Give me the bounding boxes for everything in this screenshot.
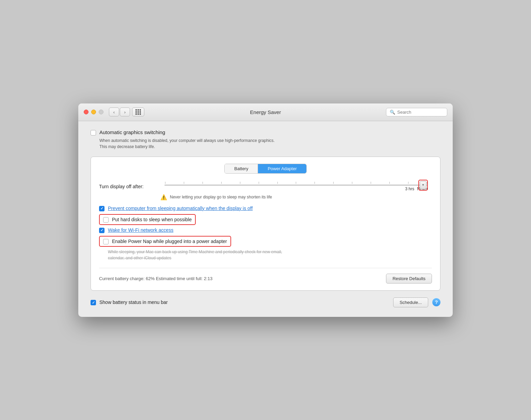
- warning-text: Never letting your display go to sleep m…: [170, 195, 272, 199]
- auto-graphics-row: Automatic graphics switching: [91, 129, 440, 135]
- minimize-button[interactable]: [91, 110, 96, 114]
- hard-disks-checkbox[interactable]: [103, 217, 109, 223]
- power-nap-row: Enable Power Nap while plugged into a po…: [99, 236, 231, 247]
- hard-disks-row: Put hard disks to sleep when possible: [99, 214, 196, 225]
- slider-highlight: [418, 180, 428, 191]
- tab-power-adapter[interactable]: Power Adapter: [258, 164, 306, 173]
- display-row: Turn display off after:: [99, 182, 432, 191]
- tab-battery[interactable]: Battery: [225, 164, 258, 173]
- search-box[interactable]: 🔍: [386, 108, 447, 116]
- nav-buttons: ‹ ›: [109, 108, 130, 116]
- prevent-sleep-checkbox[interactable]: [99, 206, 104, 211]
- warning-icon: ⚠️: [160, 194, 167, 200]
- main-content: Automatic graphics switching When automa…: [78, 121, 453, 317]
- restore-defaults-button[interactable]: Restore Defaults: [386, 274, 432, 284]
- auto-graphics-checkbox[interactable]: [91, 130, 96, 135]
- traffic-lights: [84, 110, 103, 114]
- show-battery-checkbox[interactable]: [91, 300, 96, 305]
- auto-graphics-label: Automatic graphics switching: [99, 129, 165, 135]
- help-button[interactable]: ?: [432, 298, 440, 306]
- search-icon: 🔍: [390, 110, 395, 115]
- show-battery-row: Show battery status in menu bar: [91, 299, 168, 305]
- hard-disks-label: Put hard disks to sleep when possible: [112, 217, 192, 222]
- wake-wifi-row: Wake for Wi-Fi network access: [99, 227, 432, 233]
- bottom-row: Show battery status in menu bar Schedule…: [91, 297, 440, 307]
- power-nap-description: While sleeping, your Mac can back up usi…: [108, 249, 432, 261]
- battery-status-row: Current battery charge: 62% Estimated ti…: [99, 268, 432, 284]
- grid-button[interactable]: [132, 108, 144, 116]
- slider-container: 3 hrs Never: [164, 182, 428, 191]
- power-nap-checkbox[interactable]: [103, 239, 109, 244]
- slider-thumb-wrapper[interactable]: [418, 180, 428, 191]
- slider-thumb[interactable]: [420, 181, 427, 189]
- wake-wifi-label: Wake for Wi-Fi network access: [108, 227, 173, 233]
- bottom-right: Schedule... ?: [393, 297, 440, 307]
- schedule-button[interactable]: Schedule...: [393, 297, 428, 307]
- back-button[interactable]: ‹: [109, 108, 119, 116]
- power-nap-label: Enable Power Nap while plugged into a po…: [112, 239, 227, 244]
- slider-track[interactable]: [164, 184, 428, 186]
- window-title: Energy Saver: [250, 109, 281, 115]
- search-input[interactable]: [397, 110, 444, 115]
- titlebar: ‹ › Energy Saver 🔍: [78, 103, 453, 121]
- grid-icon: [135, 109, 141, 115]
- show-battery-label: Show battery status in menu bar: [99, 300, 168, 305]
- preferences-window: ‹ › Energy Saver 🔍 Automatic graphics sw…: [78, 103, 453, 317]
- slider-labels: 3 hrs Never: [164, 187, 428, 191]
- display-off-label: Turn display off after:: [99, 184, 160, 189]
- prevent-sleep-label: Prevent computer from sleeping automatic…: [108, 206, 253, 211]
- maximize-button[interactable]: [99, 110, 103, 114]
- tab-group: Battery Power Adapter: [224, 164, 306, 174]
- close-button[interactable]: [84, 110, 88, 114]
- settings-panel: Battery Power Adapter Turn display off a…: [91, 157, 440, 291]
- prevent-sleep-row: Prevent computer from sleeping automatic…: [99, 205, 432, 211]
- forward-button[interactable]: ›: [120, 108, 130, 116]
- battery-status-text: Current battery charge: 62% Estimated ti…: [99, 276, 212, 281]
- wake-wifi-checkbox[interactable]: [99, 228, 104, 233]
- slider-value-label: 3 hrs: [405, 187, 414, 191]
- auto-graphics-description: When automatic switching is disabled, yo…: [99, 138, 440, 150]
- slider-ticks: [164, 182, 428, 184]
- tabs-row: Battery Power Adapter: [99, 164, 432, 174]
- warning-row: ⚠️ Never letting your display go to slee…: [99, 194, 432, 200]
